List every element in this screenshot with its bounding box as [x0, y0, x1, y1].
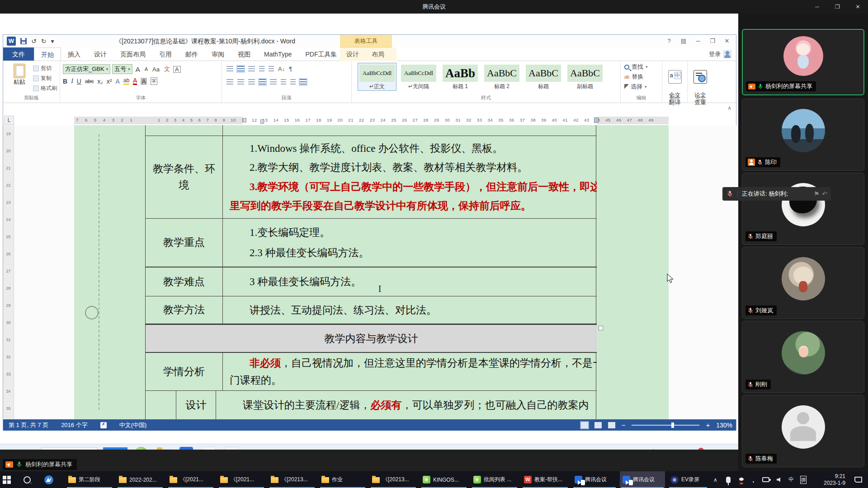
vertical-ruler[interactable]: 19 20 21 22 23 24 25 26 27 28 29 30 31 3…: [3, 125, 14, 419]
table-row[interactable]: [146, 125, 597, 136]
font-color-button[interactable]: A: [133, 77, 137, 85]
table-resize-handle[interactable]: [599, 326, 603, 330]
increase-indent-icon[interactable]: [269, 66, 274, 72]
style-heading1[interactable]: AaBb 标题 1: [441, 63, 480, 91]
save-icon[interactable]: [20, 38, 27, 44]
justify-icon[interactable]: [259, 79, 266, 85]
participant-tile[interactable]: 陈印: [742, 99, 864, 171]
page-indicator[interactable]: 第 1 页, 共 7 页: [9, 421, 48, 429]
tray-qq-icon[interactable]: [735, 471, 746, 488]
participant-tile[interactable]: 刚刚: [742, 321, 864, 393]
hanging-indent-marker[interactable]: [260, 119, 264, 124]
word-logo-icon[interactable]: W: [7, 37, 16, 46]
cut-button[interactable]: 剪切: [33, 65, 57, 72]
maximize-button[interactable]: ❐: [827, 0, 848, 14]
action-center-icon[interactable]: [852, 471, 865, 488]
replace-button[interactable]: ab替换: [624, 73, 662, 81]
find-button[interactable]: 查找▾: [624, 63, 662, 71]
tab-file[interactable]: 文件: [3, 47, 34, 61]
ribbon-options-button[interactable]: ▤: [676, 35, 691, 47]
character-border-button[interactable]: A: [173, 66, 181, 73]
taskbar-item[interactable]: 2022-202...: [116, 471, 164, 488]
zoom-in-button[interactable]: +: [706, 421, 710, 429]
style-title[interactable]: AaBbC 标题: [524, 63, 563, 91]
grow-font-button[interactable]: A: [134, 66, 142, 73]
taskbar-item[interactable]: W教案-帮扶...: [521, 471, 569, 488]
italic-button[interactable]: I: [71, 78, 73, 85]
tray-expand-icon[interactable]: ∧: [711, 471, 722, 488]
taskbar-item[interactable]: eKINGOS...: [420, 471, 468, 488]
table-row-key-points[interactable]: 教学重点 1.变长编码定理。 2.3 种最佳变长编码方法。: [146, 219, 597, 267]
start-button[interactable]: [0, 471, 20, 488]
zoom-slider[interactable]: [632, 425, 699, 426]
table-row-design[interactable]: 设计 课堂设计的主要流程/逻辑，必须有，可以单独罗列；也可融入自己的教案内: [146, 391, 597, 419]
tab-selector[interactable]: L: [4, 116, 14, 125]
tray-volume-icon[interactable]: [774, 471, 784, 488]
word-close-button[interactable]: ✕: [720, 35, 734, 47]
close-button[interactable]: ✕: [848, 0, 868, 14]
ime-mode-button[interactable]: 拼: [797, 471, 809, 488]
document-page[interactable]: 教学条件、环境 1.Windows 操作系统、office 办公软件、投影仪、黑…: [74, 125, 669, 419]
help-button[interactable]: ?: [662, 35, 676, 47]
tab-mathtype[interactable]: MathType: [257, 47, 298, 61]
redo-icon[interactable]: ↻: [41, 38, 47, 45]
collapse-ribbon-icon[interactable]: ∧: [727, 105, 731, 111]
phonetic-guide-button[interactable]: 文: [163, 65, 171, 73]
text-effects-button[interactable]: A: [115, 78, 119, 85]
login-button[interactable]: 登录: [709, 50, 721, 58]
taskbar-item[interactable]: 《[2021...: [217, 471, 265, 488]
shrink-font-button[interactable]: A: [143, 66, 149, 72]
paste-button[interactable]: 粘贴: [8, 64, 31, 86]
read-mode-icon[interactable]: [581, 422, 588, 428]
taskbar-item[interactable]: 《[20213...: [369, 471, 417, 488]
table-row-difficulties[interactable]: 教学难点 3 种最佳变长编码方法。: [146, 267, 597, 296]
table-column-marker[interactable]: [594, 117, 599, 123]
taskbar-item[interactable]: 腾讯会议: [572, 471, 617, 488]
superscript-button[interactable]: x²: [107, 78, 112, 85]
decrease-indent-icon[interactable]: [259, 66, 264, 72]
tab-table-layout[interactable]: 布局: [365, 47, 391, 61]
tray-mic-icon[interactable]: [723, 471, 733, 488]
indent-marker[interactable]: [243, 118, 246, 122]
style-no-spacing[interactable]: AaBbCcDdl ↵无间隔: [399, 63, 438, 91]
taskbar-item[interactable]: 《[20213...: [268, 471, 316, 488]
horizontal-ruler[interactable]: 7 6 5 4 3 2 1 1 2 3 4 5 6 7 8 9 10 11 12…: [74, 117, 669, 124]
bold-button[interactable]: B: [63, 78, 67, 85]
participant-tile-presenter[interactable]: 杨剑利的屏幕共享: [742, 29, 864, 95]
tray-wifi-icon[interactable]: [747, 471, 758, 488]
taskbar-item[interactable]: 作业: [319, 471, 367, 488]
tray-battery-icon[interactable]: [760, 471, 772, 488]
copy-button[interactable]: 复制: [33, 75, 57, 82]
tab-review[interactable]: 审阅: [205, 47, 231, 61]
flag-icon[interactable]: ⚑: [814, 190, 820, 197]
table-row-methods[interactable]: 教学方法 讲授法、互动提问法、练习法、对比法。: [146, 296, 597, 324]
numbering-icon[interactable]: [237, 66, 244, 72]
taskbar-item[interactable]: 第二阶段: [66, 471, 113, 488]
subscript-button[interactable]: x₂: [97, 78, 103, 85]
language-indicator[interactable]: 中文(中国): [119, 421, 147, 429]
section-header-row[interactable]: 教学内容与教学设计: [146, 324, 597, 353]
participant-tile[interactable]: 陈春梅: [742, 395, 864, 467]
account-icon[interactable]: [723, 50, 731, 58]
tab-mailings[interactable]: 邮件: [179, 47, 205, 61]
qat-dropdown-icon[interactable]: ▾: [51, 38, 54, 45]
align-left-icon[interactable]: [226, 79, 233, 85]
zoom-out-button[interactable]: −: [622, 421, 626, 429]
show-marks-icon[interactable]: ¶: [289, 66, 292, 72]
select-button[interactable]: 选择▾: [624, 83, 662, 91]
style-subtitle[interactable]: AaBbC 副标题: [566, 63, 604, 91]
table-row-conditions[interactable]: 教学条件、环境 1.Windows 操作系统、office 办公软件、投影仪、黑…: [146, 136, 597, 219]
participant-tile[interactable]: 刘娅岚: [742, 247, 864, 319]
word-restore-button[interactable]: ❐: [705, 35, 720, 47]
minimize-button[interactable]: ─: [807, 0, 827, 14]
sort-icon[interactable]: A↓: [278, 66, 285, 72]
zoom-level[interactable]: 130%: [716, 422, 732, 429]
tab-design[interactable]: 设计: [87, 47, 113, 61]
ime-lang-button[interactable]: 中: [786, 471, 797, 488]
tab-insert[interactable]: 插入: [61, 47, 87, 61]
bullets-icon[interactable]: [226, 66, 233, 72]
highlight-button[interactable]: ab: [123, 77, 129, 85]
style-normal[interactable]: AaBbCcDdl ↵正文: [358, 63, 396, 91]
tab-pdf-tools[interactable]: PDF工具集: [298, 47, 344, 61]
tab-view[interactable]: 视图: [231, 47, 257, 61]
